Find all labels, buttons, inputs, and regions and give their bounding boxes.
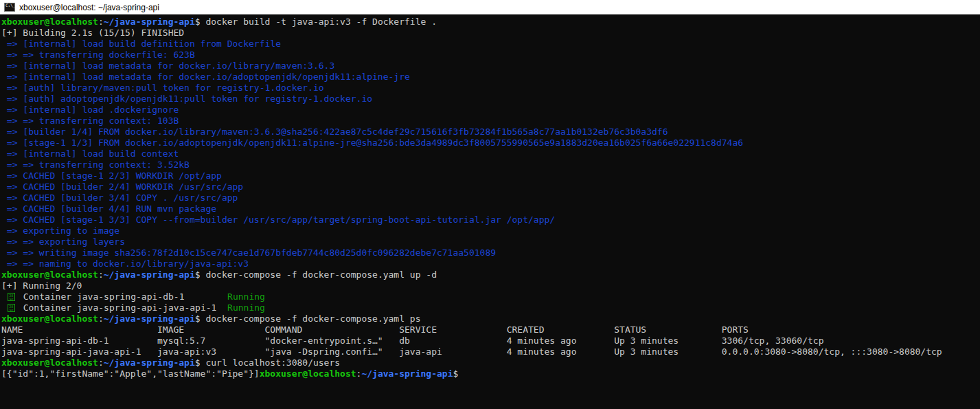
build-step-line: => => transferring context: 103B bbox=[1, 115, 980, 126]
build-step-line: => => naming to docker.io/library/java-a… bbox=[1, 258, 980, 269]
build-status-line: [+] Building 2.1s (15/15) FINISHED bbox=[1, 27, 980, 38]
build-step-line: => CACHED [builder 4/4] RUN mvn package bbox=[1, 203, 980, 214]
build-step-line: => [internal] load build context bbox=[1, 148, 980, 159]
cmd-console-icon bbox=[4, 3, 15, 12]
ps-table-row: java-spring-api-db-1 mysql:5.7 "docker-e… bbox=[1, 335, 980, 346]
ps-table-row: java-spring-api-java-api-1 java-api:v3 "… bbox=[1, 346, 980, 357]
curl-response-and-prompt-line: [{"id":1,"firstName":"Apple","lastName":… bbox=[1, 368, 980, 379]
container-status-box-icon: 283F bbox=[8, 293, 15, 301]
build-step-line: => => writing image sha256:78f2d10c15ce7… bbox=[1, 247, 980, 258]
prompt-line: xboxuser@localhost:~/java-spring-api$ do… bbox=[1, 313, 980, 324]
build-step-line: => => transferring dockerfile: 623B bbox=[1, 49, 980, 60]
build-step-line: => [auth] library/maven:pull token for r… bbox=[1, 82, 980, 93]
build-step-line: => CACHED [stage-1 3/3] COPY --from=buil… bbox=[1, 214, 980, 225]
terminal-output[interactable]: xboxuser@localhost:~/java-spring-api$ do… bbox=[0, 14, 980, 409]
prompt-line: xboxuser@localhost:~/java-spring-api$ do… bbox=[1, 16, 980, 27]
build-step-line: => exporting to image bbox=[1, 225, 980, 236]
container-status-line: 283F Container java-spring-api-java-api-… bbox=[1, 302, 980, 313]
container-status-box-icon: 283F bbox=[8, 304, 15, 312]
build-step-line: => [builder 1/4] FROM docker.io/library/… bbox=[1, 126, 980, 137]
build-step-line: => CACHED [builder 3/4] COPY . /usr/src/… bbox=[1, 192, 980, 203]
build-step-line: => CACHED [builder 2/4] WORKDIR /usr/src… bbox=[1, 181, 980, 192]
ps-table-header: NAME IMAGE COMMAND SERVICE CREATED STATU… bbox=[1, 324, 980, 335]
build-step-line: => CACHED [stage-1 2/3] WORKDIR /opt/app bbox=[1, 170, 980, 181]
build-step-line: => [internal] load metadata for docker.i… bbox=[1, 71, 980, 82]
window-titlebar[interactable]: xboxuser@localhost: ~/java-spring-api bbox=[0, 0, 980, 14]
build-step-line: => => exporting layers bbox=[1, 236, 980, 247]
build-step-line: => [stage-1 1/3] FROM docker.io/adoptope… bbox=[1, 137, 980, 148]
build-step-line: => [auth] adoptopenjdk/openjdk11:pull to… bbox=[1, 93, 980, 104]
build-step-line: => [internal] load metadata for docker.i… bbox=[1, 60, 980, 71]
container-status-line: 283F Container java-spring-api-db-1 Runn… bbox=[1, 291, 980, 302]
prompt-line: xboxuser@localhost:~/java-spring-api$ cu… bbox=[1, 357, 980, 368]
build-step-line: => [internal] load .dockerignore bbox=[1, 104, 980, 115]
build-step-line: => [internal] load build definition from… bbox=[1, 38, 980, 49]
build-step-line: => => transferring context: 3.52kB bbox=[1, 159, 980, 170]
compose-status-line: [+] Running 2/0 bbox=[1, 280, 980, 291]
prompt-line: xboxuser@localhost:~/java-spring-api$ do… bbox=[1, 269, 980, 280]
window-title: xboxuser@localhost: ~/java-spring-api bbox=[19, 3, 159, 12]
